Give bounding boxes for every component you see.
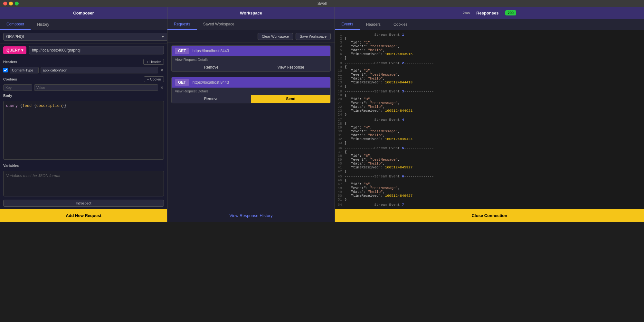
responses-tab-bar: Events Headers Cookies bbox=[335, 19, 644, 30]
maximize-traffic-light[interactable] bbox=[15, 2, 19, 5]
event-2-event: 11 "event": "testMessage", bbox=[335, 73, 644, 77]
responses-column-header: 2ms Responses 200 bbox=[335, 7, 644, 19]
url-input[interactable] bbox=[29, 46, 164, 54]
graphql-row: GRAPHQL ▾ bbox=[0, 30, 167, 43]
cookie-value-input[interactable] bbox=[34, 84, 158, 91]
event-1-open: 2{ bbox=[335, 37, 644, 41]
body-section-label: Body bbox=[0, 92, 167, 99]
header-key-input[interactable] bbox=[10, 67, 39, 73]
event-1-event: 4 "event": "testMessage", bbox=[335, 44, 644, 48]
header-value-input[interactable] bbox=[41, 67, 158, 73]
event-1-id: 3 "id": "1", bbox=[335, 41, 644, 44]
view-request-details-1[interactable]: View Request Details bbox=[172, 56, 330, 63]
view-response-1[interactable]: View Response bbox=[251, 63, 330, 71]
main-body: Composer History GRAPHQL ▾ QUERY ▾ Heade… bbox=[0, 19, 644, 222]
tab-history[interactable]: History bbox=[31, 19, 55, 30]
cookie-row: ✕ bbox=[0, 83, 167, 92]
tab-composer[interactable]: Composer bbox=[0, 19, 31, 30]
request-actions-2: Remove Send bbox=[172, 95, 330, 103]
add-header-button[interactable]: + Header bbox=[143, 59, 164, 65]
composer-tab-bar: Composer History bbox=[0, 19, 167, 30]
request-card-1-header: GET https://localhost:8443 bbox=[172, 46, 330, 56]
request-url-1: https://localhost:8443 bbox=[193, 49, 229, 53]
composer-panel: Composer History GRAPHQL ▾ QUERY ▾ Heade… bbox=[0, 19, 167, 222]
request-card-2: GET https://localhost:8443 View Request … bbox=[171, 77, 331, 103]
tab-saved-workspace[interactable]: Saved Workspace bbox=[197, 19, 241, 30]
event-2-close: 14} bbox=[335, 84, 644, 88]
event-5-event: 39 "event": "testMessage", bbox=[335, 158, 644, 162]
introspect-button[interactable]: Introspect bbox=[3, 200, 164, 207]
tab-requests[interactable]: Requests bbox=[167, 19, 197, 30]
event-6-id: 47 "id": "6", bbox=[335, 182, 644, 186]
remove-request-1[interactable]: Remove bbox=[172, 63, 251, 71]
request-url-2: https://localhost:8443 bbox=[193, 80, 229, 85]
column-headers: Composer Workspace 2ms Responses 200 bbox=[0, 7, 644, 19]
cookies-section-label: Cookies + Cookie bbox=[0, 74, 167, 83]
response-ms: 2ms bbox=[463, 11, 470, 15]
responses-panel: Events Headers Cookies 1--------------St… bbox=[335, 19, 644, 222]
request-actions-1: Remove View Response bbox=[172, 63, 330, 71]
query-row: QUERY ▾ bbox=[0, 43, 167, 57]
minimize-traffic-light[interactable] bbox=[9, 2, 13, 5]
clear-workspace-button[interactable]: Clear Workspace bbox=[258, 33, 293, 40]
event-6-time-received: 50 "timeReceived": 1605124846427 bbox=[335, 194, 644, 198]
chevron-down-icon: ▾ bbox=[21, 48, 23, 52]
graphql-select[interactable]: GRAPHQL bbox=[3, 33, 167, 41]
event-4-data: 31 "data": "hello", bbox=[335, 133, 644, 137]
close-traffic-light[interactable] bbox=[3, 2, 7, 5]
event-stream: 1--------------Stream Event 1-----------… bbox=[335, 30, 644, 209]
add-cookie-button[interactable]: + Cookie bbox=[144, 76, 164, 82]
remove-header-button[interactable]: ✕ bbox=[160, 68, 164, 73]
titlebar: Swell bbox=[0, 0, 644, 7]
variables-editor[interactable]: Variables must be JSON format bbox=[3, 171, 164, 196]
event-3-header: 18--------------Stream Event 3----------… bbox=[335, 90, 644, 93]
tab-cookies[interactable]: Cookies bbox=[387, 19, 414, 30]
event-5-time-received: 41 "timeReceived": 1605124845927 bbox=[335, 166, 644, 169]
event-3-time-received: 23 "timeReceived": 1605124844921 bbox=[335, 109, 644, 113]
add-request-button[interactable]: Add New Request bbox=[0, 209, 167, 222]
method-button[interactable]: QUERY ▾ bbox=[3, 46, 26, 54]
event-2-time-received: 13 "timeReceived": 1605124844418 bbox=[335, 80, 644, 84]
event-2-data: 12 "data": "hello", bbox=[335, 77, 644, 80]
event-7-header: 54--------------Stream Event 7----------… bbox=[335, 203, 644, 207]
save-workspace-button[interactable]: Save Workspace bbox=[296, 33, 331, 40]
view-response-history-button[interactable]: View Response History bbox=[167, 209, 335, 222]
event-3-close: 24} bbox=[335, 113, 644, 117]
event-5-close: 42} bbox=[335, 169, 644, 173]
method-tag-1: GET bbox=[175, 48, 189, 54]
remove-request-2[interactable]: Remove bbox=[172, 95, 251, 103]
event-4-close: 33} bbox=[335, 141, 644, 145]
event-2-open: 9{ bbox=[335, 65, 644, 69]
view-request-details-2[interactable]: View Request Details bbox=[172, 88, 330, 95]
event-4-event: 30 "event": "testMessage", bbox=[335, 129, 644, 133]
event-5-open: 37{ bbox=[335, 150, 644, 154]
send-request-2[interactable]: Send bbox=[251, 95, 330, 103]
request-card-2-header: GET https://localhost:8443 bbox=[172, 77, 330, 88]
header-row: ✕ bbox=[0, 66, 167, 74]
event-6-event: 48 "event": "testMessage", bbox=[335, 186, 644, 190]
event-1-time-received: 6 "timeReceived": 1605124843915 bbox=[335, 52, 644, 56]
close-connection-button[interactable]: Close Connection bbox=[335, 209, 644, 222]
event-5-id: 38 "id": "5", bbox=[335, 154, 644, 158]
tab-events[interactable]: Events bbox=[335, 19, 360, 30]
body-editor[interactable]: query {feed {description}} bbox=[3, 101, 164, 160]
tab-headers[interactable]: Headers bbox=[360, 19, 387, 30]
status-badge: 200 bbox=[505, 10, 516, 15]
event-5-header: 36--------------Stream Event 5----------… bbox=[335, 146, 644, 150]
composer-column-header: Composer bbox=[0, 7, 167, 19]
event-5-data: 40 "data": "hello", bbox=[335, 162, 644, 166]
event-2-header: 8--------------Stream Event 2-----------… bbox=[335, 61, 644, 65]
remove-cookie-button[interactable]: ✕ bbox=[160, 85, 164, 90]
event-6-close: 51} bbox=[335, 198, 644, 202]
cookie-key-input[interactable] bbox=[3, 84, 32, 91]
header-checkbox[interactable] bbox=[3, 68, 8, 72]
traffic-lights bbox=[3, 2, 19, 5]
event-4-open: 28{ bbox=[335, 122, 644, 126]
event-6-header: 45--------------Stream Event 6----------… bbox=[335, 175, 644, 178]
workspace-column-header: Workspace bbox=[167, 7, 335, 19]
event-4-time-received: 32 "timeReceived": 1605124845424 bbox=[335, 137, 644, 141]
event-1-header: 1--------------Stream Event 1-----------… bbox=[335, 33, 644, 37]
variables-section-label: Variables bbox=[0, 162, 167, 169]
event-4-header: 27--------------Stream Event 4----------… bbox=[335, 118, 644, 122]
workspace-tab-bar: Requests Saved Workspace bbox=[167, 19, 335, 30]
